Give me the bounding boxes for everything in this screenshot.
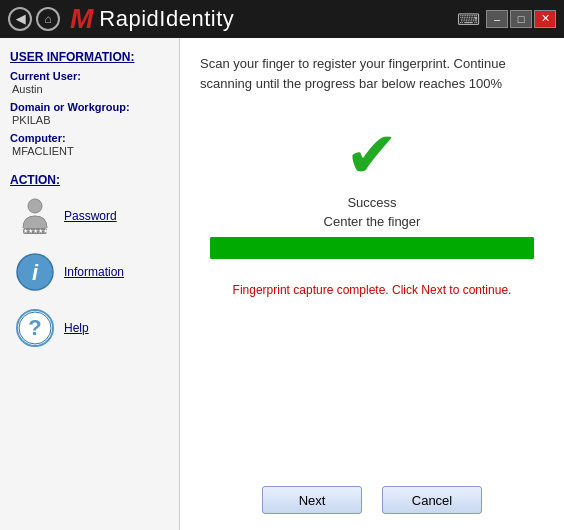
password-icon: ★★★★★ [14, 195, 56, 237]
home-icon: ⌂ [44, 12, 51, 26]
progress-bar-fill [210, 237, 534, 259]
computer-value: MFACLIENT [12, 145, 169, 157]
svg-text:?: ? [28, 315, 41, 340]
information-icon: i [14, 251, 56, 293]
information-label: Information [64, 265, 124, 279]
password-label: Password [64, 209, 117, 223]
current-user-label: Current User: [10, 70, 169, 82]
completion-message: Fingerprint capture complete. Click Next… [200, 283, 544, 297]
titlebar: ◀ ⌂ M RapidIdentity ⌨ – □ ✕ [0, 0, 564, 38]
checkmark-area: ✔ [200, 123, 544, 187]
nav-buttons: ◀ ⌂ [8, 7, 60, 31]
svg-point-0 [28, 199, 42, 213]
minimize-button[interactable]: – [486, 10, 508, 28]
content-area: Scan your finger to register your finger… [180, 38, 564, 530]
keyboard-icon: ⌨ [457, 10, 480, 29]
help-icon: ? [14, 307, 56, 349]
logo-icon: M [70, 5, 93, 33]
current-user-value: Austin [12, 83, 169, 95]
progress-bar-container [210, 237, 534, 259]
instructions-text: Scan your finger to register your finger… [200, 54, 544, 93]
cancel-button[interactable]: Cancel [382, 486, 482, 514]
action-section: ACTION: ★★★★★ Password [10, 173, 169, 351]
back-button[interactable]: ◀ [8, 7, 32, 31]
next-button[interactable]: Next [262, 486, 362, 514]
app-logo: M RapidIdentity [70, 5, 234, 33]
computer-label: Computer: [10, 132, 169, 144]
help-label: Help [64, 321, 89, 335]
information-action[interactable]: i Information [10, 249, 169, 295]
button-row: Next Cancel [200, 486, 544, 514]
svg-text:i: i [32, 260, 39, 285]
domain-value: PKILAB [12, 114, 169, 126]
svg-text:★★★★★: ★★★★★ [23, 228, 48, 234]
close-button[interactable]: ✕ [534, 10, 556, 28]
home-button[interactable]: ⌂ [36, 7, 60, 31]
maximize-button[interactable]: □ [510, 10, 532, 28]
sub-status-text: Center the finger [200, 214, 544, 229]
action-title: ACTION: [10, 173, 169, 187]
user-info-title: USER INFORMATION: [10, 50, 169, 64]
window-controls: ⌨ – □ ✕ [457, 10, 556, 29]
password-action[interactable]: ★★★★★ Password [10, 193, 169, 239]
main-layout: USER INFORMATION: Current User: Austin D… [0, 38, 564, 530]
app-title: RapidIdentity [99, 6, 234, 32]
sidebar: USER INFORMATION: Current User: Austin D… [0, 38, 180, 530]
success-checkmark: ✔ [345, 123, 399, 187]
domain-label: Domain or Workgroup: [10, 101, 169, 113]
help-action[interactable]: ? Help [10, 305, 169, 351]
back-icon: ◀ [16, 12, 25, 26]
status-text: Success [200, 195, 544, 210]
